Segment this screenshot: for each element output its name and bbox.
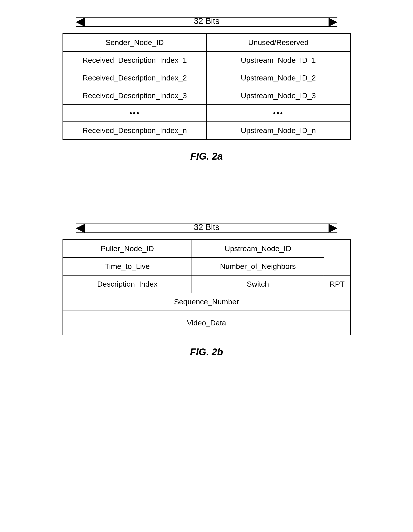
fig2a-caption: FIG. 2a [190, 151, 223, 162]
table-row: Description_Index Switch RPT [63, 275, 350, 293]
svg-text:32 Bits: 32 Bits [193, 16, 219, 26]
recv-desc-idx-1-cell: Received_Description_Index_1 [63, 51, 207, 69]
svg-marker-3 [328, 18, 337, 27]
time-to-live-cell: Time_to_Live [63, 257, 192, 275]
description-index-cell: Description_Index [63, 275, 192, 293]
table-row: Received_Description_Index_2 Upstream_No… [63, 69, 350, 87]
fig2a-arrow-top: 32 Bits [63, 13, 351, 33]
upstream-node-id-cell: Upstream_Node_ID [192, 240, 324, 257]
table-row: Video_Data [63, 311, 350, 335]
fig2b-caption: FIG. 2b [190, 346, 223, 358]
recv-desc-idx-2-cell: Received_Description_Index_2 [63, 69, 207, 87]
recv-desc-idx-3-cell: Received_Description_Index_3 [63, 87, 207, 105]
video-data-cell: Video_Data [63, 311, 350, 335]
fig2b-container: 32 Bits Puller_Node_ID Upstream_Node_ID … [9, 219, 404, 375]
dots-right: ••• [207, 105, 350, 122]
upstream-node-id-3-cell: Upstream_Node_ID_3 [207, 87, 350, 105]
unused-reserved-cell: Unused/Reserved [207, 34, 350, 51]
fig2a-arrow-wrapper: 32 Bits [63, 13, 351, 33]
dots-row: ••• ••• [63, 105, 350, 122]
fig2b-arrow-wrapper: 32 Bits [63, 219, 351, 239]
table-row: Received_Description_Index_n Upstream_No… [63, 122, 350, 139]
svg-text:32 Bits: 32 Bits [193, 223, 219, 232]
upstream-node-id-n-cell: Upstream_Node_ID_n [207, 122, 350, 139]
sequence-number-cell: Sequence_Number [63, 293, 350, 311]
svg-marker-7 [76, 224, 85, 233]
recv-desc-idx-n-cell: Received_Description_Index_n [63, 122, 207, 139]
puller-node-id-cell: Puller_Node_ID [63, 240, 192, 257]
fig2a-container: 32 Bits Sender_Node_ID Unused/Reserved R… [9, 13, 404, 180]
number-of-neighbors-cell: Number_of_Neighbors [192, 257, 324, 275]
upstream-node-id-1-cell: Upstream_Node_ID_1 [207, 51, 350, 69]
table-row: Puller_Node_ID Upstream_Node_ID [63, 240, 350, 257]
svg-marker-8 [328, 224, 337, 233]
sender-node-id-cell: Sender_Node_ID [63, 34, 207, 51]
table-row: Received_Description_Index_3 Upstream_No… [63, 87, 350, 105]
table-row: Sequence_Number [63, 293, 350, 311]
fig2a-table: Sender_Node_ID Unused/Reserved Received_… [63, 33, 351, 140]
table-row: Time_to_Live Number_of_Neighbors [63, 257, 350, 275]
upstream-node-id-2-cell: Upstream_Node_ID_2 [207, 69, 350, 87]
rpt-cell: RPT [324, 275, 350, 293]
dots-left: ••• [63, 105, 207, 122]
svg-marker-2 [76, 18, 85, 27]
switch-cell: Switch [192, 275, 324, 293]
table-row: Received_Description_Index_1 Upstream_No… [63, 51, 350, 69]
fig2b-table: Puller_Node_ID Upstream_Node_ID Time_to_… [63, 239, 351, 335]
table-row: Sender_Node_ID Unused/Reserved [63, 34, 350, 51]
fig2b-arrow-top: 32 Bits [63, 219, 351, 239]
